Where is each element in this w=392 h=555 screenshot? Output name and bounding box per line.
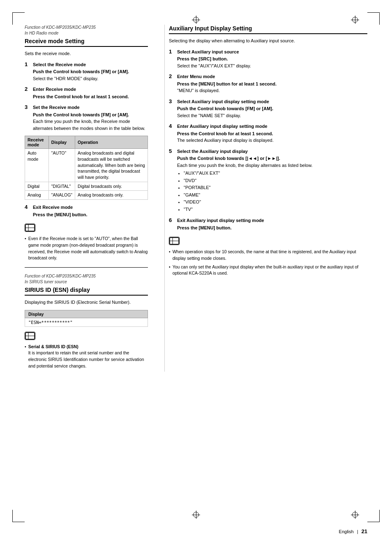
right-step-1-content: Select Auxiliary input sourcePress the [… xyxy=(177,49,367,69)
right-step-2-number: 2 xyxy=(169,73,175,79)
left-step-2-title: Enter Receive mode xyxy=(33,86,148,93)
right-step-2-body: Press the [MENU] button for at least 1 s… xyxy=(177,81,367,94)
right-step-4-number: 4 xyxy=(169,123,175,129)
right-step-5-bullets: "AUX"/"AUX EXT""DVD""PORTABLE""GAME""VID… xyxy=(184,170,367,213)
right-step-3-content: Select Auxiliary input display setting m… xyxy=(177,98,367,119)
right-step-6-content: Exit Auxiliary input display setting mod… xyxy=(177,217,367,231)
table-cell-mode-1: Digital xyxy=(25,182,49,191)
table-cell-op-2: Analog broadcasts only. xyxy=(75,191,148,200)
left-step-2-body: Press the Control knob for at least 1 se… xyxy=(33,93,148,100)
page-footer: English | 21 xyxy=(339,528,367,534)
left-meta: Function of KDC-MP2035/KDC-MP235 In HD R… xyxy=(25,25,148,36)
right-step-5: 5Select the Auxiliary input displayPush … xyxy=(169,148,367,213)
menu-icon-sirius xyxy=(25,330,148,342)
right-step-4-title: Enter Auxiliary input display setting mo… xyxy=(177,123,367,130)
menu-icon-svg xyxy=(25,224,35,231)
right-step-4-body: Press the Control knob for at least 1 se… xyxy=(177,130,367,144)
left-meta-line2: In HD Radio mode xyxy=(25,31,58,35)
sirius-meta-line1: Function of KDC-MP2035/KDC-MP235 xyxy=(25,274,96,278)
right-section-title: Auxiliary Input Display Setting xyxy=(169,25,367,34)
page-separator: | xyxy=(357,529,358,534)
bullet-item-3: "GAME" xyxy=(184,192,367,199)
right-column: Auxiliary Input Display Setting Selectin… xyxy=(164,25,367,372)
table-cell-display-2: "ANALOG" xyxy=(48,191,75,200)
right-step-6: 6Exit Auxiliary input display setting mo… xyxy=(169,217,367,231)
table-header-operation: Operation xyxy=(75,136,148,149)
right-step-1-body: Press the [SRC] button.Select the "AUX"/… xyxy=(177,56,367,69)
right-section-desc: Selecting the display when alternating t… xyxy=(169,37,367,44)
left-step-4-number: 4 xyxy=(25,204,31,210)
right-note-2: You can only set the Auxiliary input dis… xyxy=(169,264,367,277)
left-step-4-body: Press the [MENU] button. xyxy=(33,211,148,218)
menu-icon-graphic xyxy=(25,224,35,232)
table-cell-mode-0: Auto mode xyxy=(25,149,49,182)
table-cell-display-1: "DIGITAL" xyxy=(48,182,75,191)
menu-icon-right-graphic xyxy=(169,237,180,245)
left-meta-line1: Function of KDC-MP2035/KDC-MP235 xyxy=(25,25,96,30)
left-step-2-content: Enter Receive mode Press the Control kno… xyxy=(33,86,148,100)
sirius-table-value: "ESN=***********" xyxy=(25,318,148,326)
menu-icon-right xyxy=(169,235,367,247)
left-step-4-content: Exit Receive mode Press the [MENU] butto… xyxy=(33,204,148,218)
left-step-1-number: 1 xyxy=(25,61,31,67)
left-step-1: 1 Select the Receive mode Push the Contr… xyxy=(25,61,148,82)
left-step-1-content: Select the Receive mode Push the Control… xyxy=(33,61,148,82)
bullet-item-0: "AUX"/"AUX EXT" xyxy=(184,170,367,177)
sirius-table-header: Display xyxy=(25,310,148,318)
table-cell-mode-2: Analog xyxy=(25,191,49,200)
right-step-3-body: Push the Control knob towards [FM] or [A… xyxy=(177,105,367,119)
language-label: English xyxy=(339,529,354,534)
right-step-1: 1Select Auxiliary input sourcePress the … xyxy=(169,49,367,69)
table-cell-op-1: Digital broadcasts only. xyxy=(75,182,148,191)
left-column: Function of KDC-MP2035/KDC-MP235 In HD R… xyxy=(25,25,152,372)
bullet-item-1: "DVD" xyxy=(184,177,367,184)
left-section-desc: Sets the receive mode. xyxy=(25,50,148,57)
page-number: 21 xyxy=(362,528,367,534)
right-step-6-body: Press the [MENU] button. xyxy=(177,224,367,231)
table-cell-op-0: Analog broadcasts and digital broadcasts… xyxy=(75,149,148,182)
right-step-6-number: 6 xyxy=(169,217,175,223)
right-step-5-content: Select the Auxiliary input displayPush t… xyxy=(177,148,367,213)
right-step-2-content: Enter Menu modePress the [MENU] button f… xyxy=(177,73,367,94)
right-step-5-number: 5 xyxy=(169,148,175,154)
left-hr xyxy=(25,267,148,268)
left-step-3-number: 3 xyxy=(25,104,31,110)
sirius-section-desc: Displaying the SIRIUS ID (Electronic Ser… xyxy=(25,299,148,306)
left-section-title: Receive mode Setting xyxy=(25,37,148,47)
right-step-1-number: 1 xyxy=(169,49,175,55)
table-cell-display-0: "AUTO" xyxy=(48,149,75,182)
table-row-1: Digital"DIGITAL"Digital broadcasts only. xyxy=(25,182,148,191)
right-step-2-title: Enter Menu mode xyxy=(177,73,367,80)
right-step-4-content: Enter Auxiliary input display setting mo… xyxy=(177,123,367,144)
left-step-3-content: Set the Receive mode Push the Control kn… xyxy=(33,104,148,132)
left-step-3-body: Push the Control knob towards [FM] or [A… xyxy=(33,111,148,132)
table-row-2: Analog"ANALOG"Analog broadcasts only. xyxy=(25,191,148,200)
right-step-4: 4Enter Auxiliary input display setting m… xyxy=(169,123,367,144)
left-step-3: 3 Set the Receive mode Push the Control … xyxy=(25,104,148,132)
left-step-2-number: 2 xyxy=(25,86,31,92)
right-step-5-body: Push the Control knob towards [|◄◄] or [… xyxy=(177,155,367,213)
right-step-3-title: Select Auxiliary input display setting m… xyxy=(177,98,367,105)
menu-icon-left xyxy=(25,222,148,234)
right-step-6-title: Exit Auxiliary input display setting mod… xyxy=(177,217,367,224)
menu-icon-sirius-svg xyxy=(25,332,35,340)
sirius-meta-line2: In SIRIUS tuner source xyxy=(25,280,67,284)
menu-icon-right-svg xyxy=(169,237,179,245)
sirius-note: Serial & SIRIUS ID (ESN) It is important… xyxy=(25,344,148,370)
right-step-1-title: Select Auxiliary input source xyxy=(177,49,367,56)
right-steps: 1Select Auxiliary input sourcePress the … xyxy=(169,49,367,247)
right-step-3-number: 3 xyxy=(169,98,175,104)
right-step-3: 3Select Auxiliary input display setting … xyxy=(169,98,367,119)
bullet-item-2: "PORTABLE" xyxy=(184,184,367,191)
left-step-3-title: Set the Receive mode xyxy=(33,104,148,111)
table-header-display: Display xyxy=(48,136,75,149)
table-row-0: Auto mode"AUTO"Analog broadcasts and dig… xyxy=(25,149,148,182)
left-step-1-body: Push the Control knob towards [FM] or [A… xyxy=(33,68,148,82)
sirius-meta: Function of KDC-MP2035/KDC-MP235 In SIRI… xyxy=(25,273,148,285)
bullet-item-4: "VIDEO" xyxy=(184,199,367,206)
left-step-4: 4 Exit Receive mode Press the [MENU] but… xyxy=(25,204,148,218)
right-note-1: When operation stops for 10 seconds, the… xyxy=(169,249,367,262)
sirius-display-table: Display "ESN=***********" xyxy=(25,310,148,327)
left-step-4-title: Exit Receive mode xyxy=(33,204,148,211)
menu-icon-sirius-graphic xyxy=(25,332,35,340)
